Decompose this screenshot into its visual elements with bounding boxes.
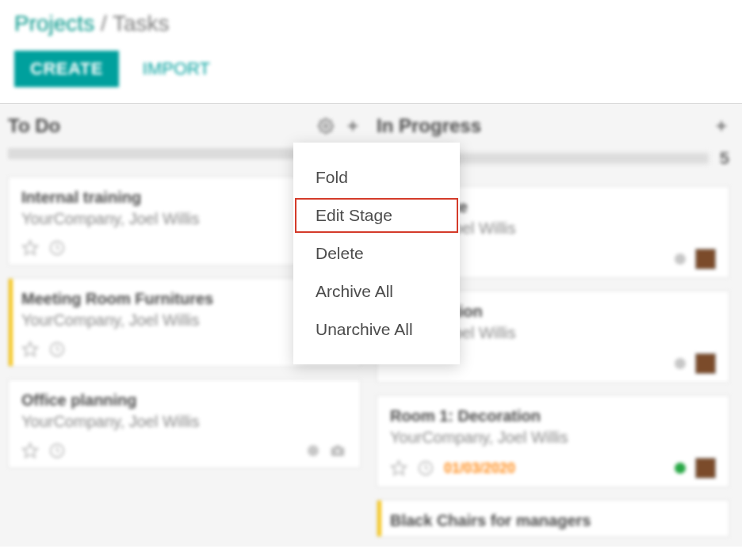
task-card[interactable]: Office planning YourCompany, Joel Willis [8, 379, 361, 468]
svg-marker-12 [392, 461, 406, 474]
svg-point-9 [336, 449, 340, 453]
status-dot[interactable] [675, 463, 686, 474]
task-title: Office planning [21, 391, 347, 410]
menu-unarchive-all[interactable]: Unarchive All [293, 310, 460, 349]
task-title: Black Chairs for managers [390, 512, 716, 530]
task-card[interactable]: Room 1: Decoration YourCompany, Joel Wil… [377, 395, 729, 487]
avatar[interactable] [695, 249, 716, 269]
create-button[interactable]: CREATE [14, 51, 119, 87]
task-title: Room 1: Decoration [390, 407, 716, 425]
plus-icon[interactable] [345, 118, 361, 134]
breadcrumb: Projects / Tasks [14, 11, 728, 36]
attachment-icon[interactable] [328, 443, 347, 459]
svg-point-0 [324, 124, 328, 128]
task-card[interactable]: Black Chairs for managers [377, 500, 729, 537]
star-icon[interactable] [21, 239, 39, 257]
status-dot[interactable] [308, 445, 319, 456]
column-title: In Progress [377, 115, 481, 137]
status-dot[interactable] [675, 358, 686, 369]
avatar[interactable] [695, 458, 716, 478]
task-subtitle: YourCompany, Joel Willis [390, 429, 716, 447]
menu-fold[interactable]: Fold [293, 158, 460, 196]
column-title: To Do [8, 115, 60, 137]
clock-icon[interactable] [417, 459, 434, 477]
clock-icon[interactable] [48, 341, 66, 358]
clock-icon[interactable] [48, 442, 66, 459]
task-subtitle: YourCompany, Joel Willis [21, 413, 347, 431]
star-icon[interactable] [390, 459, 407, 477]
task-due-date: 01/03/2020 [444, 460, 515, 477]
breadcrumb-sep: / [101, 11, 107, 36]
plus-icon[interactable] [713, 118, 729, 134]
menu-delete[interactable]: Delete [293, 234, 460, 272]
clock-icon[interactable] [48, 239, 66, 257]
status-dot[interactable] [675, 253, 686, 265]
star-icon[interactable] [21, 341, 39, 358]
stage-options-menu: Fold Edit Stage Delete Archive All Unarc… [293, 143, 460, 364]
star-icon[interactable] [21, 442, 39, 459]
svg-marker-3 [23, 241, 37, 254]
breadcrumb-current: Tasks [113, 11, 170, 36]
menu-edit-stage[interactable]: Edit Stage [293, 196, 460, 234]
gear-icon[interactable] [318, 118, 334, 134]
svg-marker-5 [23, 342, 37, 356]
menu-archive-all[interactable]: Archive All [293, 272, 460, 310]
import-button[interactable]: IMPORT [143, 59, 210, 79]
column-count: 5 [720, 148, 729, 169]
avatar[interactable] [695, 353, 716, 374]
svg-marker-7 [23, 444, 37, 457]
breadcrumb-projects[interactable]: Projects [14, 11, 94, 36]
